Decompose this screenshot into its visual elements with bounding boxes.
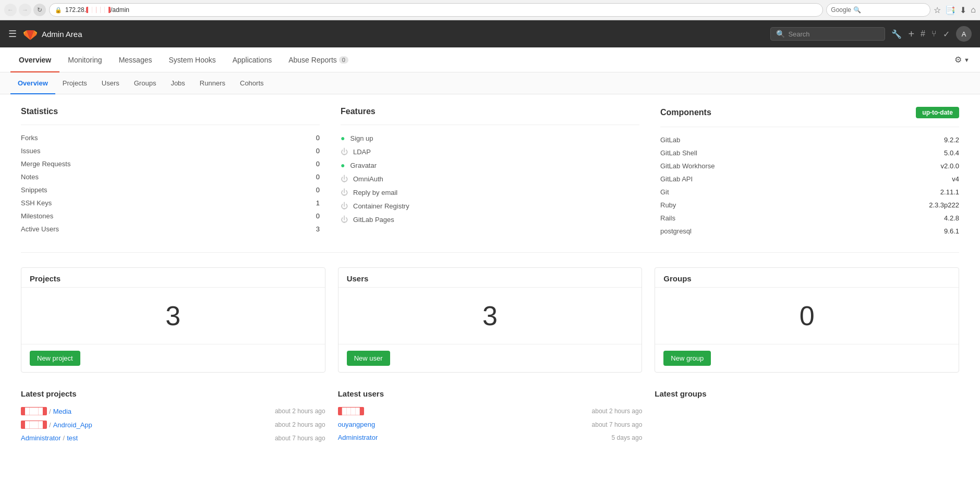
gitlab-logo[interactable]: Admin Area xyxy=(23,27,82,41)
features-title: Features xyxy=(341,107,639,116)
feature-gitlab-pages-label: GitLab Pages xyxy=(353,216,639,224)
component-gitlab-shell-version: 5.0.4 xyxy=(944,149,959,157)
stat-row-snippets: Snippets 0 xyxy=(21,183,320,196)
wrench-icon[interactable]: 🔧 xyxy=(891,29,902,39)
home-icon[interactable]: ⌂ xyxy=(971,5,976,15)
user-avatar[interactable]: A xyxy=(956,26,972,42)
top-nav-left: ☰ Admin Area xyxy=(8,27,764,41)
project-2-link[interactable]: Android_App xyxy=(53,421,92,429)
user-1-timestamp: about 2 hours ago xyxy=(592,407,643,415)
main-nav-tabs: Overview Monitoring Messages System Hook… xyxy=(10,47,357,72)
stat-row-active-users: Active Users 3 xyxy=(21,223,320,236)
project-1-link[interactable]: Media xyxy=(53,407,71,415)
sub-nav: Overview Projects Users Groups Jobs Runn… xyxy=(0,72,980,94)
feature-gravatar: ● Gravatar xyxy=(341,158,639,172)
feature-reply-email-icon: ⏻ xyxy=(341,188,348,196)
latest-user-item-3-left: Administrator xyxy=(338,434,378,441)
users-card: Users 3 New user xyxy=(338,267,643,373)
tab-monitoring[interactable]: Monitoring xyxy=(59,48,110,72)
star-icon[interactable]: ☆ xyxy=(934,5,941,15)
latest-sections: Latest projects ████ / Media about 2 hou… xyxy=(21,389,959,444)
forward-button[interactable]: → xyxy=(19,4,31,16)
user-2-timestamp: about 7 hours ago xyxy=(592,421,643,428)
download-icon[interactable]: ⬇ xyxy=(960,5,966,15)
sub-tab-jobs[interactable]: Jobs xyxy=(163,73,192,94)
new-project-button[interactable]: New project xyxy=(30,351,80,366)
stat-value-notes: 0 xyxy=(316,173,320,181)
sub-tab-groups[interactable]: Groups xyxy=(127,73,164,94)
merge-request-icon[interactable]: ⑂ xyxy=(931,29,937,39)
tab-system-hooks[interactable]: System Hooks xyxy=(160,48,224,72)
project-1-separator: / xyxy=(49,407,51,415)
component-gitlab-api-label: GitLab API xyxy=(660,175,693,183)
stat-value-snippets: 0 xyxy=(316,186,320,194)
latest-project-item-2-left: ████ / Android_App xyxy=(21,421,92,429)
projects-card-header: Projects xyxy=(21,268,325,288)
stat-row-merge-requests: Merge Requests 0 xyxy=(21,157,320,170)
sub-tab-runners[interactable]: Runners xyxy=(192,73,233,94)
component-gitlab-shell-label: GitLab Shell xyxy=(660,149,697,157)
component-gitlab-version: 9.2.2 xyxy=(944,136,959,144)
tab-applications[interactable]: Applications xyxy=(224,48,281,72)
feature-sign-up-icon: ● xyxy=(341,134,345,142)
lock-icon: 🔒 xyxy=(55,7,62,14)
components-section: Components up-to-date GitLab 9.2.2 GitLa… xyxy=(660,107,959,238)
feature-ldap-icon: ⏻ xyxy=(341,147,348,156)
settings-gear-icon[interactable]: ⚙ xyxy=(954,55,962,65)
tab-messages[interactable]: Messages xyxy=(111,48,161,72)
stat-row-milestones: Milestones 0 xyxy=(21,209,320,223)
sub-tab-projects[interactable]: Projects xyxy=(55,73,94,94)
sub-tab-users[interactable]: Users xyxy=(94,73,127,94)
stat-row-notes: Notes 0 xyxy=(21,170,320,183)
search-box[interactable]: 🔍 xyxy=(770,27,885,41)
project-2-user-redacted: ████ xyxy=(21,421,47,429)
new-user-button[interactable]: New user xyxy=(347,351,390,366)
avatar-initial: A xyxy=(962,30,966,38)
admin-area-label: Admin Area xyxy=(42,30,82,39)
user-2-link[interactable]: ouyangpeng xyxy=(338,421,376,428)
back-button[interactable]: ← xyxy=(4,4,17,16)
sub-tab-overview[interactable]: Overview xyxy=(10,73,55,94)
component-gitlab: GitLab 9.2.2 xyxy=(660,133,959,146)
refresh-button[interactable]: ↻ xyxy=(33,4,46,16)
plus-icon[interactable]: + xyxy=(908,28,914,40)
tab-abuse-reports[interactable]: Abuse Reports 0 xyxy=(280,48,357,72)
content-area: Statistics Forks 0 Issues 0 Merge Reques… xyxy=(0,94,980,457)
project-3-timestamp: about 7 hours ago xyxy=(275,435,325,442)
feature-omniauth-icon: ⏻ xyxy=(341,175,348,183)
feature-omniauth-label: OmniAuth xyxy=(353,175,639,183)
latest-project-item-2: ████ / Android_App about 2 hours ago xyxy=(21,418,325,431)
project-3-link[interactable]: test xyxy=(67,434,78,442)
stat-value-issues: 0 xyxy=(316,147,320,155)
bookmark-icon[interactable]: 📑 xyxy=(945,5,955,15)
browser-search-bar[interactable]: Google 🔍 xyxy=(826,3,930,17)
latest-user-item-1-left: ████ xyxy=(338,407,364,415)
component-ruby-label: Ruby xyxy=(660,201,676,209)
hamburger-menu-icon[interactable]: ☰ xyxy=(8,28,17,40)
component-postgresql: postgresql 9.6.1 xyxy=(660,225,959,238)
statistics-section: Statistics Forks 0 Issues 0 Merge Reques… xyxy=(21,107,320,238)
search-label: Google xyxy=(831,6,851,14)
stat-value-ssh-keys: 1 xyxy=(316,199,320,207)
tab-overview[interactable]: Overview xyxy=(10,48,59,72)
latest-user-item-3: Administrator 5 days ago xyxy=(338,431,643,444)
user-3-link[interactable]: Administrator xyxy=(338,434,378,441)
address-bar[interactable]: 🔒 172.28.█████/admin xyxy=(49,3,823,17)
settings-dropdown-arrow[interactable]: ▼ xyxy=(964,57,970,63)
groups-card-footer: New group xyxy=(655,344,959,372)
sub-tab-cohorts[interactable]: Cohorts xyxy=(233,73,271,94)
stat-label-notes: Notes xyxy=(21,173,39,181)
feature-reply-email-label: Reply by email xyxy=(353,189,639,196)
latest-project-item-1-left: ████ / Media xyxy=(21,407,71,415)
project-3-user-link[interactable]: Administrator xyxy=(21,434,61,442)
hash-icon[interactable]: # xyxy=(921,29,925,39)
component-ruby-version: 2.3.3p222 xyxy=(929,201,959,209)
main-divider xyxy=(21,252,959,253)
search-input[interactable] xyxy=(788,30,879,38)
issues-icon[interactable]: ✓ xyxy=(943,29,950,39)
component-gitlab-workhorse: GitLab Workhorse v2.0.0 xyxy=(660,159,959,172)
project-2-timestamp: about 2 hours ago xyxy=(275,421,325,428)
new-group-button[interactable]: New group xyxy=(663,351,711,366)
component-gitlab-workhorse-version: v2.0.0 xyxy=(941,162,959,170)
latest-project-item-3-left: Administrator / test xyxy=(21,434,78,442)
